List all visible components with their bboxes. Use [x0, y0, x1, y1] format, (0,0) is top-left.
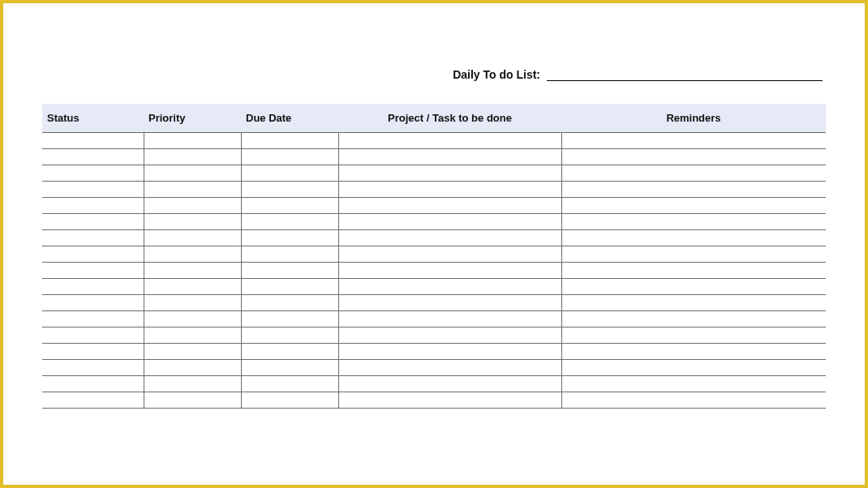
table-cell	[561, 182, 826, 198]
col-priority: Priority	[144, 104, 241, 133]
table-cell	[42, 149, 144, 165]
table-cell	[144, 311, 241, 327]
table-row	[42, 327, 826, 344]
table-row	[42, 344, 826, 360]
table-cell	[338, 376, 561, 392]
table-cell	[561, 279, 826, 295]
table-cell	[338, 149, 561, 165]
table-cell	[144, 392, 241, 409]
table-cell	[561, 149, 826, 165]
table-cell	[241, 360, 338, 376]
table-cell	[561, 133, 826, 149]
table-row	[42, 133, 826, 149]
table-row	[42, 279, 826, 295]
table-cell	[241, 214, 338, 230]
table-cell	[241, 133, 338, 149]
table-cell	[42, 263, 144, 279]
table-cell	[561, 214, 826, 230]
table-row	[42, 311, 826, 327]
table-cell	[241, 182, 338, 198]
table-cell	[338, 392, 561, 409]
table-cell	[144, 149, 241, 165]
table-cell	[338, 230, 561, 246]
table-cell	[241, 263, 338, 279]
table-cell	[561, 165, 826, 182]
table-cell	[144, 165, 241, 182]
table-cell	[144, 182, 241, 198]
table-header-row: Status Priority Due Date Project / Task …	[42, 104, 826, 133]
table-cell	[42, 360, 144, 376]
table-cell	[241, 246, 338, 263]
table-cell	[144, 214, 241, 230]
table-cell	[42, 133, 144, 149]
table-row	[42, 214, 826, 230]
table-cell	[561, 230, 826, 246]
table-cell	[338, 327, 561, 344]
table-row	[42, 263, 826, 279]
table-cell	[42, 214, 144, 230]
table-cell	[42, 198, 144, 214]
table-cell	[42, 295, 144, 311]
table-cell	[241, 165, 338, 182]
table-cell	[144, 360, 241, 376]
table-cell	[144, 263, 241, 279]
table-cell	[561, 392, 826, 409]
table-cell	[561, 327, 826, 344]
col-project: Project / Task to be done	[338, 104, 561, 133]
todo-table: Status Priority Due Date Project / Task …	[42, 104, 826, 409]
table-cell	[241, 198, 338, 214]
table-cell	[561, 295, 826, 311]
table-cell	[338, 311, 561, 327]
table-cell	[42, 311, 144, 327]
table-cell	[561, 198, 826, 214]
table-row	[42, 165, 826, 182]
table-cell	[241, 376, 338, 392]
title-row: Daily To do List:	[42, 68, 826, 81]
table-cell	[42, 327, 144, 344]
table-row	[42, 149, 826, 165]
table-cell	[241, 392, 338, 409]
table-cell	[241, 279, 338, 295]
table-row	[42, 360, 826, 376]
table-row	[42, 198, 826, 214]
table-cell	[338, 295, 561, 311]
table-row	[42, 246, 826, 263]
table-cell	[241, 149, 338, 165]
table-row	[42, 392, 826, 409]
table-cell	[144, 327, 241, 344]
table-cell	[144, 295, 241, 311]
table-cell	[338, 214, 561, 230]
table-cell	[338, 279, 561, 295]
table-cell	[338, 165, 561, 182]
table-cell	[561, 246, 826, 263]
table-row	[42, 182, 826, 198]
table-cell	[42, 165, 144, 182]
table-cell	[42, 182, 144, 198]
table-row	[42, 295, 826, 311]
col-due-date: Due Date	[241, 104, 338, 133]
table-cell	[144, 198, 241, 214]
title-label: Daily To do List:	[453, 68, 540, 81]
title-underline	[547, 68, 823, 81]
table-cell	[42, 230, 144, 246]
table-cell	[42, 392, 144, 409]
table-cell	[561, 360, 826, 376]
table-cell	[144, 376, 241, 392]
table-cell	[338, 360, 561, 376]
table-cell	[144, 246, 241, 263]
table-body	[42, 133, 826, 409]
table-cell	[42, 246, 144, 263]
table-cell	[338, 182, 561, 198]
todo-sheet: Daily To do List: Status Priority Due Da…	[42, 68, 826, 409]
table-cell	[42, 376, 144, 392]
table-cell	[561, 344, 826, 360]
table-cell	[338, 246, 561, 263]
table-cell	[42, 344, 144, 360]
table-row	[42, 376, 826, 392]
table-cell	[144, 230, 241, 246]
table-cell	[241, 344, 338, 360]
table-cell	[241, 295, 338, 311]
table-row	[42, 230, 826, 246]
table-cell	[561, 311, 826, 327]
table-cell	[338, 344, 561, 360]
